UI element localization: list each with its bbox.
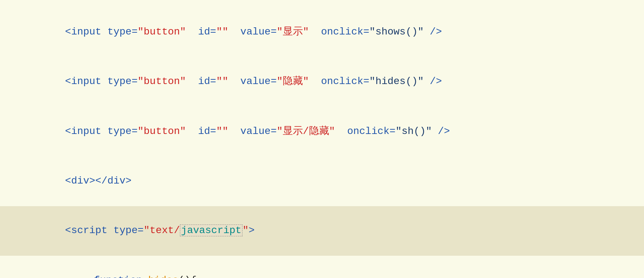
code-text: <input type="button" id="" value="隐藏" on… xyxy=(29,57,442,106)
code-line-6: function hides(){ xyxy=(0,256,644,278)
code-text: <script type="text/javascript"> xyxy=(29,207,255,255)
code-line-5: <script type="text/javascript"> xyxy=(0,206,644,256)
code-editor: <input type="button" id="" value="显示" on… xyxy=(0,0,644,278)
code-text: <input type="button" id="" value="显示/隐藏"… xyxy=(29,107,450,156)
code-line-4: <div></div> xyxy=(0,156,644,206)
code-line-3: <input type="button" id="" value="显示/隐藏"… xyxy=(0,107,644,156)
code-line-2: <input type="button" id="" value="隐藏" on… xyxy=(0,57,644,106)
code-line-1: <input type="button" id="" value="显示" on… xyxy=(0,7,644,57)
code-text: function hides(){ xyxy=(58,256,197,278)
code-text: <div></div> xyxy=(29,157,132,205)
code-text: <input type="button" id="" value="显示" on… xyxy=(29,8,442,56)
